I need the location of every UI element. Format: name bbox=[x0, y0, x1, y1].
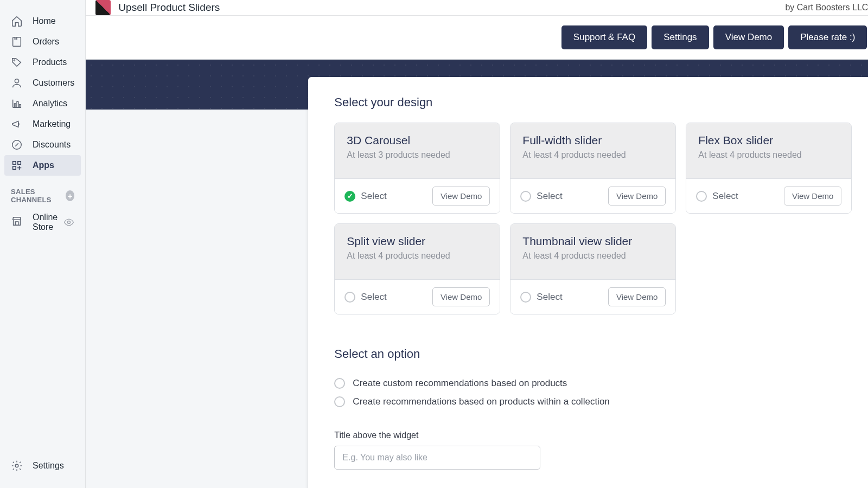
sidebar-item-discounts[interactable]: Discounts bbox=[0, 134, 85, 155]
design-tile-foot: Select View Demo bbox=[335, 179, 500, 213]
svg-point-11 bbox=[68, 221, 71, 224]
sidebar-item-customers[interactable]: Customers bbox=[0, 73, 85, 93]
design-select-radio[interactable]: Select bbox=[344, 191, 386, 202]
settings-button[interactable]: Settings bbox=[652, 25, 709, 49]
app-logo bbox=[95, 0, 111, 15]
design-tile: 3D Carousel At least 3 products needed S… bbox=[334, 123, 500, 214]
option-label: Create custom recommendations based on p… bbox=[353, 378, 567, 389]
design-tile-title: Flex Box slider bbox=[698, 134, 839, 147]
sidebar-item-label: Settings bbox=[33, 461, 64, 471]
design-view-demo-button[interactable]: View Demo bbox=[608, 187, 666, 206]
svg-rect-9 bbox=[13, 166, 16, 170]
design-tile-head: Split view slider At least 4 products ne… bbox=[335, 224, 500, 280]
option-list: Create custom recommendations based on p… bbox=[334, 374, 852, 411]
sidebar-item-online-store[interactable]: Online Store bbox=[0, 208, 85, 236]
radio-icon bbox=[334, 396, 345, 407]
sidebar-item-label: Orders bbox=[33, 37, 59, 47]
sidebar-item-label: Online Store bbox=[33, 213, 63, 232]
person-icon bbox=[11, 77, 23, 89]
option-radio-row[interactable]: Create recommendations based on products… bbox=[334, 393, 852, 411]
radio-icon bbox=[344, 191, 355, 202]
design-select-radio[interactable]: Select bbox=[520, 191, 562, 202]
design-select-radio[interactable]: Select bbox=[520, 292, 562, 303]
orders-icon bbox=[11, 36, 23, 48]
design-tile-title: Thumbnail view slider bbox=[522, 235, 663, 248]
svg-rect-7 bbox=[13, 162, 16, 165]
option-label: Create recommendations based on products… bbox=[353, 396, 609, 407]
megaphone-icon bbox=[11, 118, 23, 130]
please-rate-button[interactable]: Please rate :) bbox=[788, 25, 867, 49]
design-tile: Full-width slider At least 4 products ne… bbox=[510, 123, 676, 214]
design-tile-foot: Select View Demo bbox=[510, 179, 675, 213]
discount-icon bbox=[11, 139, 23, 151]
sidebar-item-orders[interactable]: Orders bbox=[0, 31, 85, 52]
radio-label: Select bbox=[537, 191, 562, 202]
radio-label: Select bbox=[537, 292, 562, 303]
support-faq-button[interactable]: Support & FAQ bbox=[561, 25, 647, 49]
radio-icon bbox=[520, 292, 531, 303]
eye-icon[interactable] bbox=[63, 217, 74, 228]
svg-point-1 bbox=[14, 60, 15, 61]
sidebar-item-apps[interactable]: Apps bbox=[4, 155, 81, 176]
sales-channels-heading: SALES CHANNELS + bbox=[0, 176, 85, 208]
sidebar-item-settings[interactable]: Settings bbox=[0, 455, 85, 476]
design-select-radio[interactable]: Select bbox=[344, 292, 386, 303]
design-tile-head: Thumbnail view slider At least 4 product… bbox=[510, 224, 675, 280]
config-card: Select your design 3D Carousel At least … bbox=[308, 77, 868, 488]
vendor-label: by Cart Boosters LLC bbox=[785, 3, 868, 12]
svg-rect-5 bbox=[20, 105, 21, 108]
design-tile: Flex Box slider At least 4 products need… bbox=[686, 123, 852, 214]
sidebar-item-label: Home bbox=[33, 16, 56, 26]
design-tile-subtitle: At least 4 products needed bbox=[522, 251, 663, 261]
svg-rect-10 bbox=[15, 222, 18, 225]
sidebar-item-label: Discounts bbox=[33, 140, 71, 150]
svg-rect-3 bbox=[14, 104, 16, 107]
design-tile-title: Split view slider bbox=[347, 235, 488, 248]
design-tile-title: Full-width slider bbox=[522, 134, 663, 147]
radio-icon bbox=[696, 191, 707, 202]
add-channel-icon[interactable]: + bbox=[66, 190, 74, 201]
design-view-demo-button[interactable]: View Demo bbox=[608, 287, 666, 306]
radio-label: Select bbox=[712, 191, 738, 202]
design-view-demo-button[interactable]: View Demo bbox=[432, 287, 490, 306]
design-tile: Split view slider At least 4 products ne… bbox=[334, 223, 500, 314]
sidebar-item-analytics[interactable]: Analytics bbox=[0, 93, 85, 114]
design-tile-subtitle: At least 3 products needed bbox=[347, 150, 488, 160]
store-icon bbox=[11, 215, 23, 229]
app-title: Upsell Product Sliders bbox=[118, 2, 220, 14]
design-view-demo-button[interactable]: View Demo bbox=[432, 187, 490, 206]
design-tile-subtitle: At least 4 products needed bbox=[698, 150, 839, 160]
select-design-heading: Select your design bbox=[334, 95, 852, 110]
sidebar: Home Orders Products Customers Analytics… bbox=[0, 0, 86, 488]
radio-label: Select bbox=[361, 191, 386, 202]
svg-rect-8 bbox=[18, 162, 21, 165]
sidebar-item-label: Marketing bbox=[33, 119, 71, 129]
apps-icon bbox=[11, 159, 23, 171]
option-radio-row[interactable]: Create custom recommendations based on p… bbox=[334, 374, 852, 393]
topbar: Upsell Product Sliders by Cart Boosters … bbox=[86, 0, 868, 16]
design-tile-foot: Select View Demo bbox=[686, 179, 851, 213]
design-tile-foot: Select View Demo bbox=[335, 280, 500, 314]
analytics-icon bbox=[11, 98, 23, 110]
sidebar-item-marketing[interactable]: Marketing bbox=[0, 114, 85, 134]
sidebar-item-home[interactable]: Home bbox=[0, 11, 85, 31]
gear-icon bbox=[11, 460, 23, 472]
design-tile-head: Full-width slider At least 4 products ne… bbox=[510, 123, 675, 179]
sidebar-item-label: Customers bbox=[33, 78, 74, 88]
sidebar-item-label: Analytics bbox=[33, 99, 67, 108]
design-tile-title: 3D Carousel bbox=[347, 134, 488, 147]
design-view-demo-button[interactable]: View Demo bbox=[784, 187, 841, 206]
svg-point-12 bbox=[15, 464, 18, 467]
action-row: Support & FAQ Settings View Demo Please … bbox=[86, 16, 868, 60]
view-demo-button[interactable]: View Demo bbox=[713, 25, 784, 49]
widget-title-input[interactable] bbox=[334, 446, 540, 470]
design-tile-head: 3D Carousel At least 3 products needed bbox=[335, 123, 500, 179]
design-tile-subtitle: At least 4 products needed bbox=[347, 251, 488, 261]
design-select-radio[interactable]: Select bbox=[696, 191, 738, 202]
svg-rect-4 bbox=[17, 101, 18, 107]
radio-icon bbox=[344, 292, 355, 303]
design-tile: Thumbnail view slider At least 4 product… bbox=[510, 223, 676, 314]
main: Upsell Product Sliders by Cart Boosters … bbox=[86, 0, 868, 488]
sidebar-item-label: Products bbox=[33, 57, 67, 67]
sidebar-item-products[interactable]: Products bbox=[0, 52, 85, 73]
